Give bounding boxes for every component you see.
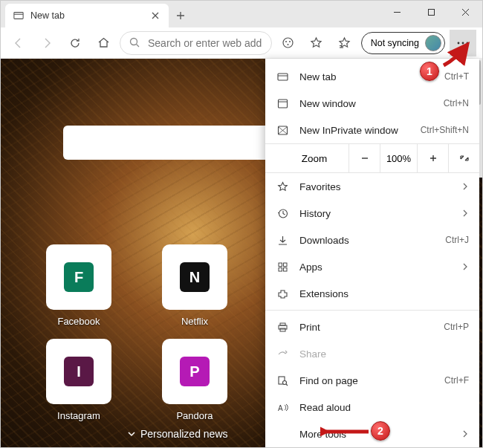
browser-tab[interactable]: New tab (5, 4, 169, 27)
sync-status-label: Not syncing (371, 38, 419, 48)
svg-rect-17 (278, 100, 287, 108)
quick-link-tile[interactable]: FFacebook (30, 244, 127, 327)
tab-title: New tab (30, 10, 143, 21)
apps-icon (276, 262, 289, 273)
maximize-button[interactable] (414, 1, 448, 23)
menu-new-window[interactable]: New window Ctrl+N (265, 90, 479, 117)
menu-new-inprivate[interactable]: New InPrivate window Ctrl+Shift+N (265, 117, 479, 143)
chevron-right-icon (461, 210, 469, 217)
menu-label: New window (299, 98, 433, 109)
quick-link-tile[interactable]: IInstagram (30, 339, 127, 421)
menu-read-aloud[interactable]: A Read aloud (265, 394, 479, 421)
extension-icon (276, 288, 289, 299)
back-button[interactable] (7, 31, 30, 55)
tile-label: Netflix (146, 316, 243, 327)
menu-favorites[interactable]: Favorites (265, 173, 479, 200)
quick-link-tile[interactable]: PPandora (146, 339, 243, 421)
print-icon (276, 322, 289, 333)
home-button[interactable] (91, 31, 115, 55)
menu-label: New tab (299, 71, 434, 82)
menu-label: New InPrivate window (299, 125, 410, 136)
favorite-button[interactable] (305, 31, 328, 55)
tile-letter: F (64, 262, 94, 292)
zoom-in-button[interactable] (417, 144, 448, 172)
settings-and-more-menu: New tab Ctrl+T New window Ctrl+N New InP… (265, 59, 479, 448)
window-controls (380, 1, 482, 23)
svg-point-9 (288, 44, 289, 45)
tracking-prevention-button[interactable] (276, 31, 300, 55)
search-icon (129, 37, 140, 48)
menu-shortcut: Ctrl+N (444, 98, 469, 108)
share-icon (276, 348, 289, 360)
zoom-label: Zoom (265, 153, 349, 164)
tile-label: Pandora (146, 410, 243, 421)
tile-letter: P (180, 357, 210, 386)
menu-separator (265, 310, 479, 311)
svg-rect-0 (14, 13, 23, 19)
svg-point-8 (289, 41, 291, 42)
menu-extensions[interactable]: Extensions (265, 280, 479, 307)
quick-links-grid: FFacebook NNetflix IInstagram PPandora (30, 244, 243, 421)
menu-find-on-page[interactable]: Find on page Ctrl+F (265, 367, 479, 394)
menu-print[interactable]: Print Ctrl+P (265, 314, 479, 340)
svg-point-6 (283, 38, 293, 48)
svg-point-30 (282, 380, 286, 384)
svg-rect-25 (283, 267, 287, 271)
inprivate-icon (276, 125, 289, 136)
svg-rect-15 (278, 74, 288, 80)
address-bar[interactable] (120, 31, 272, 55)
menu-shortcut: Ctrl+T (444, 71, 469, 82)
svg-line-31 (286, 384, 288, 386)
personalize-label: Personalized news (140, 428, 228, 440)
chevron-right-icon (461, 183, 469, 190)
menu-label: Find on page (299, 375, 434, 386)
chevron-right-icon (461, 263, 469, 270)
annotation-arrow (438, 40, 473, 70)
chevron-right-icon (461, 430, 469, 438)
menu-label: Favorites (299, 181, 451, 192)
search-input[interactable] (148, 37, 262, 49)
toolbar: Not syncing (1, 27, 482, 59)
profile-sync-button[interactable]: Not syncing (361, 32, 445, 54)
menu-label: Read aloud (299, 402, 469, 413)
personalize-button[interactable]: Personalized news (127, 428, 228, 440)
tile-letter: N (180, 262, 210, 292)
zoom-value: 100% (380, 144, 417, 172)
menu-label: Share (299, 348, 469, 360)
menu-downloads[interactable]: Downloads Ctrl+J (265, 227, 479, 253)
chevron-down-icon (127, 429, 136, 438)
fullscreen-button[interactable] (448, 144, 479, 172)
quick-link-tile[interactable]: NNetflix (146, 244, 243, 327)
menu-label: Downloads (299, 235, 435, 246)
svg-rect-24 (279, 267, 282, 271)
tile-label: Instagram (30, 410, 127, 421)
minimize-button[interactable] (380, 1, 414, 23)
svg-line-5 (137, 45, 140, 48)
svg-point-4 (131, 39, 137, 45)
window-icon (276, 98, 289, 109)
new-tab-icon (276, 71, 289, 82)
tab-close-button[interactable] (149, 10, 161, 22)
menu-shortcut: Ctrl+P (444, 322, 469, 332)
menu-shortcut: Ctrl+F (444, 375, 469, 386)
forward-button[interactable] (35, 31, 59, 55)
history-icon (276, 208, 289, 219)
tile-label: Facebook (30, 316, 127, 327)
menu-apps[interactable]: Apps (265, 253, 479, 280)
menu-history[interactable]: History (265, 200, 479, 227)
menu-zoom-row: Zoom 100% (265, 143, 479, 173)
tile-letter: I (64, 357, 94, 386)
zoom-out-button[interactable] (349, 144, 380, 172)
new-tab-button[interactable] (169, 4, 192, 27)
tab-page-icon (13, 10, 25, 22)
close-window-button[interactable] (448, 1, 482, 23)
menu-label: History (299, 208, 451, 219)
svg-rect-22 (279, 263, 282, 267)
menu-shortcut: Ctrl+J (445, 235, 469, 245)
menu-share: Share (265, 340, 479, 367)
annotation-arrow (320, 423, 372, 440)
refresh-button[interactable] (63, 31, 87, 55)
favorites-list-button[interactable] (333, 31, 357, 55)
menu-label: Print (299, 322, 433, 333)
menu-label: Apps (299, 262, 451, 273)
